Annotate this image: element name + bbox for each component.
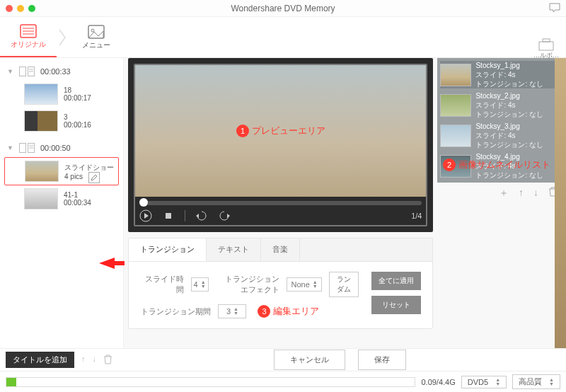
select-arrows-icon[interactable]: ▲▼ bbox=[313, 280, 318, 289]
edit-icon[interactable] bbox=[88, 172, 100, 183]
clip-item[interactable]: 41-1 00:00:34 bbox=[4, 185, 119, 212]
thumb-filename: Stocksy_3.jpg bbox=[475, 122, 543, 131]
svg-marker-18 bbox=[144, 213, 149, 219]
play-icon[interactable] bbox=[139, 209, 152, 222]
svg-rect-4 bbox=[88, 25, 104, 38]
capacity-text: 0.09/4.4G bbox=[421, 378, 455, 386]
cancel-button[interactable]: キャンセル bbox=[274, 350, 345, 370]
add-icon[interactable]: ＋ bbox=[499, 187, 509, 200]
svg-rect-8 bbox=[19, 67, 25, 76]
chevron-right-icon bbox=[57, 27, 68, 48]
annotation-label: 画像サムネイルリスト bbox=[458, 158, 550, 171]
preview-area: 1 プレビューエリア 1/4 bbox=[128, 58, 433, 232]
group-header[interactable]: ▼ 00:00:50 bbox=[4, 139, 119, 157]
annotation-badge: 2 bbox=[443, 158, 456, 171]
select-arrows-icon[interactable]: ▲▼ bbox=[549, 378, 554, 386]
clip-thumb bbox=[24, 83, 58, 105]
slide-time-stepper[interactable]: 4▲▼ bbox=[191, 277, 209, 292]
trash-icon[interactable] bbox=[103, 354, 112, 366]
random-button[interactable]: ランダム bbox=[329, 272, 359, 297]
traffic-lights bbox=[6, 5, 35, 12]
svg-rect-6 bbox=[539, 42, 553, 50]
window-title: Wondershare DVD Memory bbox=[231, 4, 335, 13]
titlepage-icon bbox=[19, 67, 35, 76]
thumb-image bbox=[440, 64, 471, 86]
thumb-filename: Stocksy_1.jpg bbox=[475, 61, 543, 70]
stepper-icon[interactable]: ▲▼ bbox=[233, 307, 238, 316]
preview-image: 1 プレビューエリア bbox=[135, 65, 426, 197]
thumb-trans: トランジション: なし bbox=[475, 79, 543, 88]
titlepage-icon bbox=[19, 143, 35, 153]
progress-knob[interactable] bbox=[139, 198, 148, 207]
thumb-item[interactable]: Stocksy_1.jpgスライド: 4sトランジション: なし bbox=[440, 61, 560, 88]
svg-rect-19 bbox=[166, 213, 171, 219]
annotation-label: 編集エリア bbox=[273, 305, 319, 318]
tab-transition[interactable]: トランジション bbox=[129, 238, 207, 261]
clip-time: 00:00:34 bbox=[64, 199, 91, 207]
clip-title: 3 bbox=[64, 113, 91, 121]
disclosure-icon[interactable]: ▼ bbox=[7, 144, 13, 151]
stepper-icon[interactable]: ▲▼ bbox=[201, 280, 206, 289]
effect-select[interactable]: None▲▼ bbox=[287, 277, 322, 292]
rotate-right-icon[interactable] bbox=[218, 209, 231, 222]
move-up-icon[interactable]: ↑ bbox=[81, 354, 86, 366]
move-down-icon[interactable]: ↓ bbox=[93, 354, 97, 366]
edit-panel: トランジション テキスト 音楽 スライド時間 4▲▼ トランジションエフェクト … bbox=[128, 238, 433, 329]
annotation-preview: 1 プレビューエリア bbox=[236, 125, 325, 137]
quality-select[interactable]: 高品質▲▼ bbox=[512, 374, 560, 389]
clip-title: 18 bbox=[64, 86, 91, 94]
trans-time-stepper[interactable]: 3▲▼ bbox=[218, 304, 246, 318]
move-up-icon[interactable]: ↑ bbox=[519, 187, 524, 200]
thumb-filename: Stocksy_2.jpg bbox=[475, 91, 543, 100]
clip-item[interactable]: 18 00:00:17 bbox=[4, 81, 119, 108]
close-icon[interactable] bbox=[6, 5, 13, 12]
apply-all-button[interactable]: 全てに適用 bbox=[371, 272, 421, 290]
progress-bar[interactable] bbox=[139, 201, 422, 205]
disc-type-select[interactable]: DVD5▲▼ bbox=[461, 376, 507, 388]
select-arrows-icon[interactable]: ▲▼ bbox=[495, 378, 500, 386]
status-bar: 0.09/4.4G DVD5▲▼ 高品質▲▼ bbox=[0, 371, 566, 392]
feedback-icon[interactable] bbox=[549, 3, 560, 14]
save-button[interactable]: 保存 bbox=[358, 350, 406, 370]
annotation-badge: 3 bbox=[258, 305, 270, 318]
zoom-icon[interactable] bbox=[28, 5, 35, 12]
titlebar: Wondershare DVD Memory bbox=[0, 0, 566, 17]
add-title-button[interactable]: タイトルを追加 bbox=[6, 352, 74, 368]
clip-thumb bbox=[24, 188, 58, 209]
sidebar: ▼ 00:00:33 18 00:00:17 3 00:00:16 ▼ 00:0… bbox=[0, 58, 124, 348]
capacity-bar bbox=[6, 377, 415, 387]
move-down-icon[interactable]: ↓ bbox=[533, 187, 538, 200]
clip-thumb bbox=[25, 161, 59, 182]
group-header[interactable]: ▼ 00:00:33 bbox=[4, 62, 119, 81]
clip-title: 41-1 bbox=[64, 191, 91, 199]
clip-item[interactable]: 3 00:00:16 bbox=[4, 108, 119, 134]
group-time: 00:00:33 bbox=[40, 67, 71, 76]
thumb-item[interactable]: Stocksy_2.jpgスライド: 4sトランジション: なし bbox=[440, 91, 560, 119]
svg-point-5 bbox=[91, 29, 94, 32]
clip-title: スライドショー bbox=[64, 163, 114, 173]
tab-original[interactable]: オリジナル bbox=[0, 17, 57, 57]
tab-music[interactable]: 音楽 bbox=[261, 238, 300, 261]
clip-time: 00:00:16 bbox=[64, 121, 91, 129]
effect-label: トランジションエフェクト bbox=[223, 274, 280, 295]
tab-menu[interactable]: メニュー bbox=[68, 17, 125, 57]
thumb-item[interactable]: Stocksy_3.jpgスライド: 4sトランジション: なし bbox=[440, 122, 560, 149]
tab-text[interactable]: テキスト bbox=[207, 238, 261, 261]
slide-time-label: スライド時間 bbox=[140, 274, 183, 295]
thumb-slide: スライド: 4s bbox=[475, 100, 543, 110]
clip-time: 00:00:17 bbox=[64, 94, 91, 102]
tab-label: メニュー bbox=[82, 40, 110, 50]
minimize-icon[interactable] bbox=[17, 5, 24, 12]
svg-rect-12 bbox=[19, 144, 25, 153]
thumb-slide: スライド: 4s bbox=[475, 70, 543, 79]
bottom-bar: タイトルを追加 ↑ ↓ キャンセル 保存 bbox=[0, 348, 566, 371]
rotate-left-icon[interactable] bbox=[195, 209, 208, 222]
clip-item-selected[interactable]: スライドショー 4 pics bbox=[4, 157, 119, 185]
content-strip bbox=[555, 58, 566, 348]
annotation-arrow-icon bbox=[99, 255, 125, 276]
svg-rect-7 bbox=[543, 39, 550, 42]
disclosure-icon[interactable]: ▼ bbox=[7, 68, 13, 75]
reset-button[interactable]: リセット bbox=[371, 296, 421, 314]
svg-marker-16 bbox=[99, 258, 125, 269]
stop-icon[interactable] bbox=[162, 209, 175, 222]
